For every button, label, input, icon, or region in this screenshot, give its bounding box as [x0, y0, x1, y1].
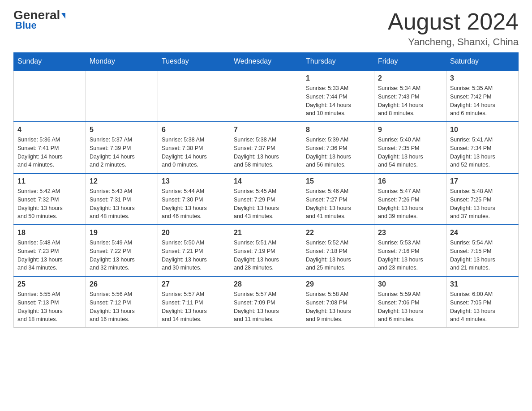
calendar-cell: 26Sunrise: 5:56 AMSunset: 7:12 PMDayligh…: [86, 276, 158, 328]
day-info: Sunrise: 5:45 AMSunset: 7:29 PMDaylight:…: [234, 187, 298, 221]
weekday-header-saturday: Saturday: [446, 53, 519, 71]
calendar-cell: [158, 70, 230, 122]
day-info: Sunrise: 5:39 AMSunset: 7:36 PMDaylight:…: [306, 136, 370, 169]
week-row-1: 1Sunrise: 5:33 AMSunset: 7:44 PMDaylight…: [14, 70, 519, 122]
calendar-cell: 1Sunrise: 5:33 AMSunset: 7:44 PMDaylight…: [302, 70, 374, 122]
day-number: 28: [234, 280, 298, 288]
calendar-cell: 3Sunrise: 5:35 AMSunset: 7:42 PMDaylight…: [446, 70, 519, 122]
day-info: Sunrise: 5:34 AMSunset: 7:43 PMDaylight:…: [378, 84, 442, 118]
calendar-cell: 28Sunrise: 5:57 AMSunset: 7:09 PMDayligh…: [230, 276, 302, 328]
calendar-table: SundayMondayTuesdayWednesdayThursdayFrid…: [13, 52, 519, 328]
day-info: Sunrise: 5:40 AMSunset: 7:35 PMDaylight:…: [378, 136, 442, 169]
calendar-cell: 21Sunrise: 5:51 AMSunset: 7:19 PMDayligh…: [230, 225, 302, 276]
calendar-cell: 27Sunrise: 5:57 AMSunset: 7:11 PMDayligh…: [158, 276, 230, 328]
week-row-2: 4Sunrise: 5:36 AMSunset: 7:41 PMDaylight…: [14, 122, 519, 173]
day-info: Sunrise: 5:51 AMSunset: 7:19 PMDaylight:…: [234, 239, 298, 272]
calendar-cell: 20Sunrise: 5:50 AMSunset: 7:21 PMDayligh…: [158, 225, 230, 276]
day-number: 10: [450, 126, 515, 134]
day-number: 17: [450, 177, 515, 185]
calendar-cell: 15Sunrise: 5:46 AMSunset: 7:27 PMDayligh…: [302, 173, 374, 225]
weekday-header-wednesday: Wednesday: [230, 53, 302, 71]
week-row-3: 11Sunrise: 5:42 AMSunset: 7:32 PMDayligh…: [14, 173, 519, 225]
day-info: Sunrise: 5:47 AMSunset: 7:26 PMDaylight:…: [378, 187, 442, 221]
weekday-header-sunday: Sunday: [14, 53, 86, 71]
day-info: Sunrise: 5:33 AMSunset: 7:44 PMDaylight:…: [306, 84, 370, 118]
day-info: Sunrise: 5:57 AMSunset: 7:11 PMDaylight:…: [162, 290, 226, 324]
day-number: 30: [378, 280, 442, 288]
day-info: Sunrise: 5:56 AMSunset: 7:12 PMDaylight:…: [90, 290, 154, 324]
weekday-header-friday: Friday: [374, 53, 446, 71]
day-number: 22: [306, 229, 370, 237]
calendar-cell: 10Sunrise: 5:41 AMSunset: 7:34 PMDayligh…: [446, 122, 519, 173]
week-row-5: 25Sunrise: 5:55 AMSunset: 7:13 PMDayligh…: [14, 276, 519, 328]
day-info: Sunrise: 5:38 AMSunset: 7:37 PMDaylight:…: [234, 136, 298, 169]
calendar-cell: 18Sunrise: 5:48 AMSunset: 7:23 PMDayligh…: [14, 225, 86, 276]
day-number: 1: [306, 74, 370, 82]
location: Yancheng, Shanxi, China: [388, 36, 519, 48]
day-info: Sunrise: 5:44 AMSunset: 7:30 PMDaylight:…: [162, 187, 226, 221]
day-number: 21: [234, 229, 298, 237]
day-number: 2: [378, 74, 442, 82]
day-info: Sunrise: 5:54 AMSunset: 7:15 PMDaylight:…: [450, 239, 515, 272]
calendar-cell: 19Sunrise: 5:49 AMSunset: 7:22 PMDayligh…: [86, 225, 158, 276]
day-number: 11: [17, 177, 82, 185]
day-number: 3: [450, 74, 515, 82]
weekday-header-row: SundayMondayTuesdayWednesdayThursdayFrid…: [14, 53, 519, 71]
day-number: 14: [234, 177, 298, 185]
day-info: Sunrise: 5:52 AMSunset: 7:18 PMDaylight:…: [306, 239, 370, 272]
calendar-cell: 23Sunrise: 5:53 AMSunset: 7:16 PMDayligh…: [374, 225, 446, 276]
day-info: Sunrise: 5:46 AMSunset: 7:27 PMDaylight:…: [306, 187, 370, 221]
calendar-cell: [86, 70, 158, 122]
month-title: August 2024: [388, 9, 519, 34]
day-number: 24: [450, 229, 515, 237]
calendar-cell: 16Sunrise: 5:47 AMSunset: 7:26 PMDayligh…: [374, 173, 446, 225]
weekday-header-thursday: Thursday: [302, 53, 374, 71]
day-number: 16: [378, 177, 442, 185]
calendar-cell: 8Sunrise: 5:39 AMSunset: 7:36 PMDaylight…: [302, 122, 374, 173]
day-info: Sunrise: 5:42 AMSunset: 7:32 PMDaylight:…: [17, 187, 82, 221]
calendar-cell: 30Sunrise: 5:59 AMSunset: 7:06 PMDayligh…: [374, 276, 446, 328]
title-area: August 2024 Yancheng, Shanxi, China: [388, 9, 519, 48]
day-info: Sunrise: 5:55 AMSunset: 7:13 PMDaylight:…: [17, 290, 82, 324]
day-number: 12: [90, 177, 154, 185]
calendar-cell: 6Sunrise: 5:38 AMSunset: 7:38 PMDaylight…: [158, 122, 230, 173]
day-info: Sunrise: 5:41 AMSunset: 7:34 PMDaylight:…: [450, 136, 515, 169]
calendar-cell: 4Sunrise: 5:36 AMSunset: 7:41 PMDaylight…: [14, 122, 86, 173]
calendar-cell: 31Sunrise: 6:00 AMSunset: 7:05 PMDayligh…: [446, 276, 519, 328]
calendar-cell: 24Sunrise: 5:54 AMSunset: 7:15 PMDayligh…: [446, 225, 519, 276]
calendar-cell: 7Sunrise: 5:38 AMSunset: 7:37 PMDaylight…: [230, 122, 302, 173]
day-info: Sunrise: 5:49 AMSunset: 7:22 PMDaylight:…: [90, 239, 154, 272]
calendar-cell: 22Sunrise: 5:52 AMSunset: 7:18 PMDayligh…: [302, 225, 374, 276]
calendar-cell: 29Sunrise: 5:58 AMSunset: 7:08 PMDayligh…: [302, 276, 374, 328]
weekday-header-tuesday: Tuesday: [158, 53, 230, 71]
day-info: Sunrise: 5:38 AMSunset: 7:38 PMDaylight:…: [162, 136, 226, 169]
page-header: General Blue August 2024 Yancheng, Shanx…: [13, 9, 519, 48]
day-info: Sunrise: 5:57 AMSunset: 7:09 PMDaylight:…: [234, 290, 298, 324]
day-info: Sunrise: 5:50 AMSunset: 7:21 PMDaylight:…: [162, 239, 226, 272]
logo-blue-text: Blue: [15, 20, 37, 31]
day-number: 18: [17, 229, 82, 237]
day-number: 13: [162, 177, 226, 185]
day-number: 8: [306, 126, 370, 134]
calendar-cell: 25Sunrise: 5:55 AMSunset: 7:13 PMDayligh…: [14, 276, 86, 328]
day-info: Sunrise: 5:35 AMSunset: 7:42 PMDaylight:…: [450, 84, 515, 118]
calendar-cell: 5Sunrise: 5:37 AMSunset: 7:39 PMDaylight…: [86, 122, 158, 173]
day-number: 31: [450, 280, 515, 288]
day-number: 20: [162, 229, 226, 237]
calendar-cell: 12Sunrise: 5:43 AMSunset: 7:31 PMDayligh…: [86, 173, 158, 225]
day-number: 6: [162, 126, 226, 134]
weekday-header-monday: Monday: [86, 53, 158, 71]
logo: General Blue: [13, 9, 65, 31]
day-info: Sunrise: 5:48 AMSunset: 7:23 PMDaylight:…: [17, 239, 82, 272]
day-number: 7: [234, 126, 298, 134]
day-number: 26: [90, 280, 154, 288]
calendar-cell: 2Sunrise: 5:34 AMSunset: 7:43 PMDaylight…: [374, 70, 446, 122]
calendar-cell: 17Sunrise: 5:48 AMSunset: 7:25 PMDayligh…: [446, 173, 519, 225]
day-number: 19: [90, 229, 154, 237]
day-info: Sunrise: 6:00 AMSunset: 7:05 PMDaylight:…: [450, 290, 515, 324]
day-number: 9: [378, 126, 442, 134]
calendar-cell: [230, 70, 302, 122]
day-number: 23: [378, 229, 442, 237]
calendar-cell: 14Sunrise: 5:45 AMSunset: 7:29 PMDayligh…: [230, 173, 302, 225]
day-number: 29: [306, 280, 370, 288]
